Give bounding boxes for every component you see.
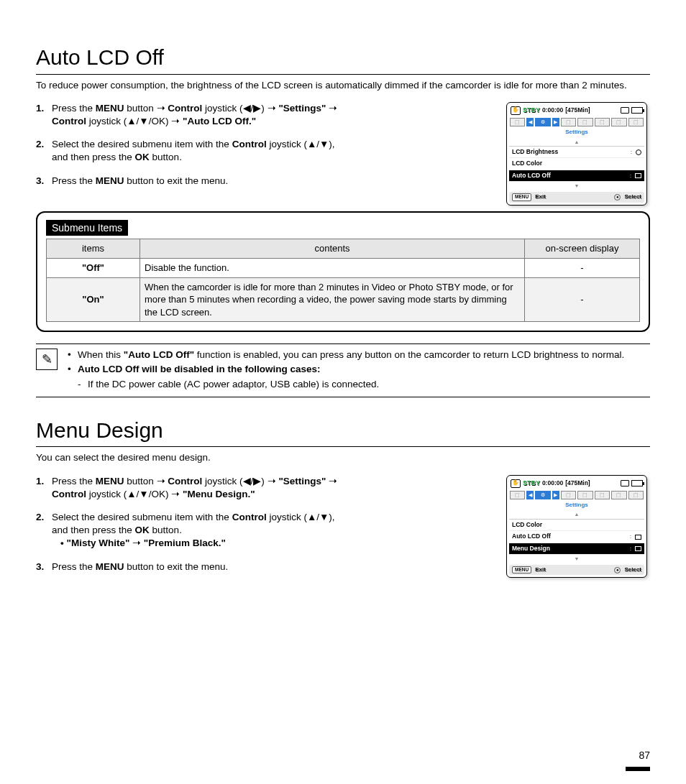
exit-label: Exit [535,193,546,201]
osd-tab: ⬚ [611,118,626,126]
osd-bottom-bar: MENU Exit ● Select [509,192,644,203]
cell-on-desc: When the camcorder is idle for more than… [140,277,525,322]
step-1: Press the MENU button ➝ Control joystick… [36,475,498,501]
ok-circle-icon: ● [614,194,621,200]
time-label: 0:00:00 [542,106,563,114]
battery-icon [631,107,643,114]
submenu-items-label: Submenu Items [46,220,128,236]
osd-screenshot-1: ✋ STBY 0:00:00 [475Min] ⬚ ◀ ⚙ ▶ ⬚ ⬚ ⬚ ⬚ … [506,102,647,206]
osd-tab: ⬚ [577,118,593,126]
osd-row-color: LCD Color [509,520,644,531]
heading-menu-design: Menu Design [36,416,650,448]
th-osd: on-screen display [525,239,640,259]
cell-on-osd: - [525,277,640,322]
time-label: 0:00:00 [542,479,563,487]
step-3: Press the MENU button to exit the menu. [36,175,498,188]
ok-circle-icon: ● [614,567,621,573]
card-icon [621,107,629,114]
submenu-table: items contents on-screen display "Off" D… [46,239,640,322]
stby-label: STBY [523,479,540,487]
note-dash-1: If the DC power cable (AC power adaptor,… [68,378,624,391]
osd-tab-right: ▶ [552,118,559,126]
osd-tab-right: ▶ [552,491,559,499]
osd-row-auto: Auto LCD Off [509,531,644,543]
note-block: ✎ When this "Auto LCD Off" function is e… [36,343,650,397]
exit-label: Exit [535,566,546,574]
osd-up-arrow: ▲ [509,138,644,146]
osd-row-color: LCD Color [509,158,644,170]
lcd-icon [635,535,641,540]
select-label: Select [624,193,641,201]
page-number: 87 [639,749,650,762]
osd-tabs: ⬚ ◀ ⚙ ▶ ⬚ ⬚ ⬚ ⬚ ⬚ [509,116,644,128]
step-2: Select the desired submenu item with the… [36,138,498,164]
steps-list-2: Press the MENU button ➝ Control joystick… [36,475,498,573]
osd-row-design-selected: Menu Design [509,543,644,555]
intro-text-2: You can select the desired menu design. [36,451,650,464]
cell-off-osd: - [525,259,640,278]
note-bullet-1: When this "Auto LCD Off" function is ena… [68,349,624,361]
osd-row-auto-selected: Auto LCD Off [509,170,644,182]
note-bullet-2: Auto LCD Off will be disabled in the fol… [68,363,624,376]
hand-icon: ✋ [511,106,521,115]
steps-list: Press the MENU button ➝ Control joystick… [36,102,498,188]
osd-tab: ⬚ [595,118,610,126]
osd-bottom-bar: MENU Exit ● Select [509,565,644,576]
remain-label: [475Min] [565,106,590,114]
step-2: Select the desired submenu item with the… [36,511,498,550]
osd-tab-left: ◀ [526,491,534,499]
osd-up-arrow: ▲ [509,510,644,518]
section-menu-design: Menu Design You can select the desired m… [36,416,650,584]
osd-tab: ⬚ [577,491,593,499]
th-items: items [47,239,140,259]
osd-screenshot-2: ✋ STBY 0:00:00 [475Min] ⬚ ◀ ⚙ ▶ ⬚ ⬚ ⬚ ⬚ … [506,475,647,578]
osd-tab: ⬚ [595,491,610,499]
sun-icon [636,149,641,155]
step-1: Press the MENU button ➝ Control joystick… [36,102,498,128]
osd-down-arrow: ▼ [509,555,644,563]
step-3: Press the MENU button to exit the menu. [36,561,498,573]
osd-tab: ⬚ [510,118,525,126]
osd-settings-label: Settings [509,129,644,137]
osd-tab: ⬚ [561,491,576,499]
stby-label: STBY [523,106,540,114]
osd-tabs: ⬚ ◀ ⚙ ▶ ⬚ ⬚ ⬚ ⬚ ⬚ [509,489,644,501]
osd-tab: ⬚ [628,118,644,126]
osd-tab: ⬚ [510,491,525,499]
osd-tab-active: ⚙ [535,491,550,499]
remain-label: [475Min] [565,479,590,487]
osd-down-arrow: ▼ [509,182,644,190]
menu-button-icon: MENU [512,193,531,201]
select-label: Select [624,566,641,574]
osd-settings-label: Settings [509,502,644,509]
osd-tab-left: ◀ [526,118,534,126]
card-icon [621,480,629,486]
lcd-icon [635,173,641,178]
submenu-table-box: Submenu Items items contents on-screen d… [36,211,650,333]
intro-text: To reduce power consumption, the brightn… [36,79,650,92]
heading-auto-lcd-off: Auto LCD Off [36,43,650,75]
battery-icon [631,480,643,486]
osd-row-brightness: LCD Brightness [509,147,644,158]
osd-tab: ⬚ [628,491,644,499]
page-bar [626,767,650,771]
note-icon: ✎ [36,349,58,370]
osd-tab-active: ⚙ [535,118,550,126]
osd-tab: ⬚ [561,118,576,126]
menu-button-icon: MENU [512,566,531,574]
cell-on: "On" [47,277,140,322]
hand-icon: ✋ [511,479,521,488]
th-contents: contents [140,239,525,259]
cell-off: "Off" [47,259,140,278]
cell-off-desc: Disable the function. [140,259,525,278]
design-icon [635,546,641,551]
section-auto-lcd-off: Auto LCD Off To reduce power consumption… [36,43,650,397]
osd-tab: ⬚ [611,491,626,499]
step-2-options: "Misty White" ➝ "Premium Black." [52,537,498,550]
